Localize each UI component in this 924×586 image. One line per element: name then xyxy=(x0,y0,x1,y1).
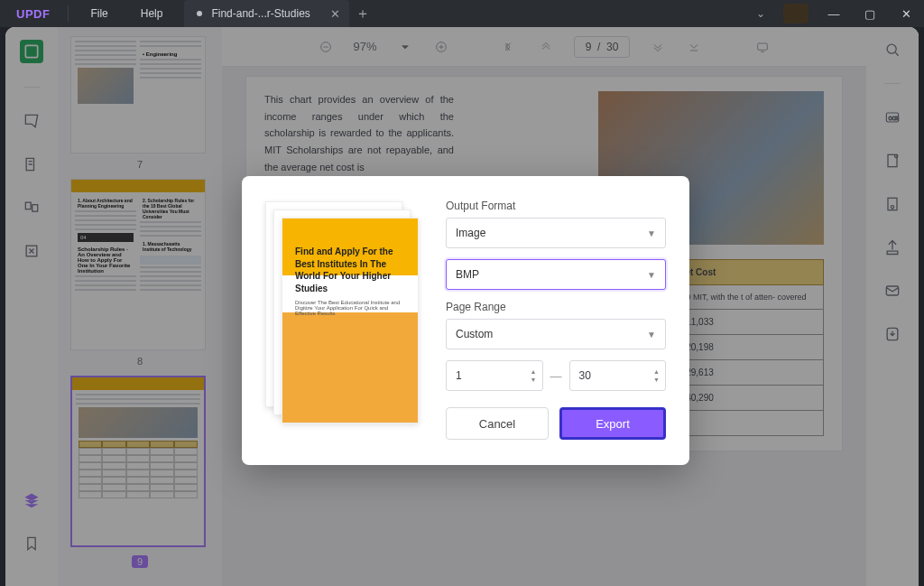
range-to-input[interactable]: 30 ▲▼ xyxy=(569,360,667,391)
document-tab[interactable]: Find-and-...r-Studies ✕ xyxy=(184,0,348,27)
export-dialog: Find and Apply For the Best Institutes I… xyxy=(242,176,689,465)
output-format-value: Image xyxy=(456,227,485,239)
window-dropdown-icon[interactable]: ⌄ xyxy=(745,7,776,20)
stepper-icon[interactable]: ▲▼ xyxy=(531,368,537,383)
title-bar: UPDF File Help Find-and-...r-Studies ✕ ＋… xyxy=(0,0,924,27)
app-logo: UPDF xyxy=(0,7,62,21)
output-format-label: Output Format xyxy=(446,200,666,212)
preview-subtitle: Discover The Best Educational Institute … xyxy=(282,300,418,316)
tab-title: Find-and-...r-Studies xyxy=(211,7,310,20)
window-minimize-button[interactable]: — xyxy=(816,7,852,21)
range-to-value: 30 xyxy=(579,369,591,382)
chevron-down-icon: ▼ xyxy=(647,330,656,340)
page-range-select[interactable]: Custom ▼ xyxy=(446,319,666,349)
page-range-label: Page Range xyxy=(446,301,666,313)
page-range-value: Custom xyxy=(456,328,493,340)
tab-close-icon[interactable]: ✕ xyxy=(330,7,340,21)
chevron-down-icon: ▼ xyxy=(647,270,656,280)
promo-badge[interactable] xyxy=(783,4,808,23)
menu-file[interactable]: File xyxy=(74,7,124,20)
output-format-select[interactable]: Image ▼ xyxy=(446,218,666,248)
preview-title: Find and Apply For the Best Institutes I… xyxy=(282,229,418,300)
divider xyxy=(68,5,69,22)
cancel-button[interactable]: Cancel xyxy=(446,407,549,440)
stepper-icon[interactable]: ▲▼ xyxy=(653,368,660,383)
tab-indicator-icon xyxy=(197,11,202,16)
image-type-select[interactable]: BMP ▼ xyxy=(446,259,666,290)
menu-help[interactable]: Help xyxy=(125,7,180,20)
window-close-button[interactable]: ✕ xyxy=(888,7,924,21)
export-button[interactable]: Export xyxy=(559,407,666,440)
image-type-value: BMP xyxy=(456,268,479,281)
app-body: OCR • Engineering 7 1. About Architectur… xyxy=(5,27,919,586)
new-tab-button[interactable]: ＋ xyxy=(349,5,376,23)
range-from-input[interactable]: 1 ▲▼ xyxy=(446,360,543,391)
export-form: Output Format Image ▼ BMP ▼ Page Range C… xyxy=(446,198,666,445)
range-from-value: 1 xyxy=(456,369,462,382)
range-dash: — xyxy=(550,369,562,383)
window-maximize-button[interactable]: ▢ xyxy=(852,7,888,21)
chevron-down-icon: ▼ xyxy=(647,228,656,238)
export-preview: Find and Apply For the Best Institutes I… xyxy=(265,201,419,423)
